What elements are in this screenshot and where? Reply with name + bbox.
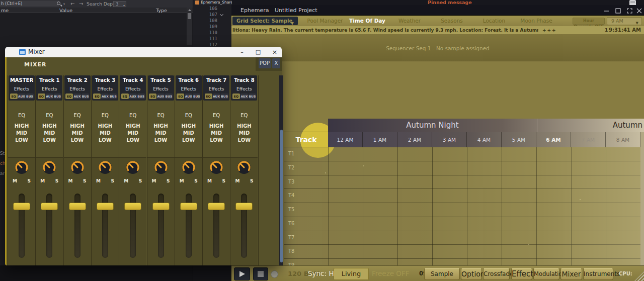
play-button[interactable]: [234, 267, 250, 280]
strip-aux-button[interactable]: AUX: [18, 93, 26, 99]
solo-button[interactable]: S: [194, 178, 197, 183]
strip-effects-button[interactable]: Effects: [36, 86, 62, 91]
strip-eq-mid-button[interactable]: MID: [175, 130, 202, 136]
strip-bus-button[interactable]: BUS: [193, 93, 200, 99]
track-row-t6[interactable]: T6: [284, 217, 640, 231]
mixer-scrollbar[interactable]: [279, 75, 283, 265]
hour-select-dropdown[interactable]: 9 AM ▼: [607, 17, 642, 25]
pan-knob[interactable]: [236, 159, 252, 175]
pan-knob[interactable]: [41, 159, 57, 175]
track-row-t5[interactable]: T5: [284, 203, 640, 217]
mute-button[interactable]: M: [40, 178, 45, 183]
record-button[interactable]: [271, 270, 278, 278]
sample-browser-button[interactable]: Sample Browser: [424, 268, 460, 280]
mute-button[interactable]: M: [235, 178, 239, 183]
strip-eq-button[interactable]: EQ: [10, 93, 18, 99]
watch-scrollbar[interactable]: [187, 8, 192, 45]
volume-fader-handle[interactable]: [97, 203, 114, 210]
strip-bus-button[interactable]: BUS: [26, 93, 34, 99]
strip-eq-button[interactable]: EQ: [177, 93, 184, 99]
chevron-down-icon[interactable]: ▾: [63, 2, 65, 6]
solo-button[interactable]: S: [222, 178, 225, 183]
pan-knob[interactable]: [208, 159, 224, 175]
track-row-t1[interactable]: T1: [284, 147, 640, 161]
strip-bus-button[interactable]: BUS: [82, 93, 89, 99]
strip-eq-mid-button[interactable]: MID: [147, 130, 175, 136]
strip-aux-button[interactable]: AUX: [213, 93, 220, 99]
strip-aux-button[interactable]: AUX: [73, 93, 81, 99]
strip-eq-high-button[interactable]: HIGH: [119, 123, 146, 129]
modulation-button[interactable]: Modulation: [533, 268, 559, 280]
mute-button[interactable]: M: [124, 178, 128, 183]
mute-button[interactable]: M: [96, 178, 101, 183]
strip-eq-mid-button[interactable]: MID: [92, 130, 119, 136]
back-arrow-icon[interactable]: ←: [70, 1, 74, 7]
strip-eq-mid-button[interactable]: MID: [203, 130, 230, 136]
strip-aux-button[interactable]: AUX: [185, 93, 192, 99]
strip-bus-button[interactable]: BUS: [249, 93, 256, 99]
close-button[interactable]: [635, 7, 643, 15]
mixer-titlebar[interactable]: Mixer – □ ×: [5, 47, 282, 57]
pan-knob[interactable]: [97, 159, 113, 175]
strip-eq-button[interactable]: EQ: [149, 93, 156, 99]
strip-eq-button[interactable]: EQ: [38, 93, 45, 99]
mixer-button[interactable]: Mixer: [560, 268, 582, 280]
solo-button[interactable]: S: [111, 178, 114, 183]
freeze-button[interactable]: Freeze OFF: [372, 266, 410, 281]
strip-aux-button[interactable]: AUX: [240, 93, 248, 99]
strip-eq-low-button[interactable]: LOW: [203, 137, 230, 143]
solo-button[interactable]: S: [83, 178, 86, 183]
strip-eq-low-button[interactable]: LOW: [175, 137, 202, 143]
strip-eq-mid-button[interactable]: MID: [230, 130, 258, 136]
tab-pool-manager[interactable]: Pool Manager: [304, 16, 346, 26]
strip-eq-button[interactable]: EQ: [205, 93, 212, 99]
volume-fader-handle[interactable]: [124, 203, 141, 210]
stop-button[interactable]: [253, 267, 268, 280]
strip-eq-low-button[interactable]: LOW: [230, 137, 258, 143]
mute-button[interactable]: M: [152, 178, 156, 183]
scroll-up-icon[interactable]: [188, 9, 191, 11]
volume-fader-handle[interactable]: [152, 203, 170, 210]
strip-eq-low-button[interactable]: LOW: [92, 137, 119, 143]
strip-bus-button[interactable]: BUS: [221, 93, 228, 99]
strip-eq-low-button[interactable]: LOW: [8, 137, 35, 143]
strip-aux-button[interactable]: AUX: [129, 93, 137, 99]
solo-button[interactable]: S: [139, 178, 142, 183]
minimize-button[interactable]: –: [237, 48, 247, 56]
instruments-button[interactable]: Instruments: [583, 268, 613, 280]
volume-fader-handle[interactable]: [208, 203, 225, 210]
scrollbar-thumb[interactable]: [188, 13, 191, 19]
strip-effects-button[interactable]: Effects: [9, 86, 35, 91]
search-input[interactable]: h (Ctrl+E): [0, 1, 59, 7]
strip-effects-button[interactable]: Effects: [148, 86, 174, 91]
strip-eq-high-button[interactable]: HIGH: [36, 123, 63, 129]
main-titlebar[interactable]: Ephemera Untitled Project: [231, 5, 644, 16]
strip-eq-high-button[interactable]: HIGH: [203, 123, 230, 129]
strip-eq-mid-button[interactable]: MID: [36, 130, 63, 136]
minimize-button[interactable]: [602, 7, 610, 15]
volume-fader-handle[interactable]: [69, 203, 86, 210]
strip-bus-button[interactable]: BUS: [109, 93, 117, 99]
track-row-t8[interactable]: T8: [284, 245, 640, 259]
tab-moon-phase[interactable]: Moon Phase: [515, 16, 557, 26]
strip-eq-low-button[interactable]: LOW: [36, 137, 63, 143]
track-row-t2[interactable]: T2: [284, 161, 640, 175]
solo-button[interactable]: S: [167, 178, 170, 183]
strip-eq-button[interactable]: EQ: [121, 93, 129, 99]
maximize-button[interactable]: [614, 7, 622, 15]
tab-time-of-day[interactable]: Time Of Day: [346, 16, 388, 26]
options-button[interactable]: Options: [461, 268, 482, 280]
strip-effects-button[interactable]: Effects: [176, 86, 202, 91]
strip-eq-low-button[interactable]: LOW: [119, 137, 146, 143]
volume-fader-handle[interactable]: [180, 203, 197, 210]
strip-eq-high-button[interactable]: HIGH: [175, 123, 202, 129]
strip-aux-button[interactable]: AUX: [46, 93, 53, 99]
strip-eq-high-button[interactable]: HIGH: [64, 123, 91, 129]
living-mode-button[interactable]: Living Mode: [334, 268, 369, 280]
track-row-t4[interactable]: T4: [284, 189, 640, 203]
solo-button[interactable]: S: [55, 178, 58, 183]
grid-select-dropdown[interactable]: Grid Select: Sample Mode ▼: [232, 17, 298, 25]
strip-aux-button[interactable]: AUX: [157, 93, 165, 99]
crossfades-button[interactable]: Crossfades: [483, 268, 510, 280]
strip-eq-low-button[interactable]: LOW: [147, 137, 175, 143]
